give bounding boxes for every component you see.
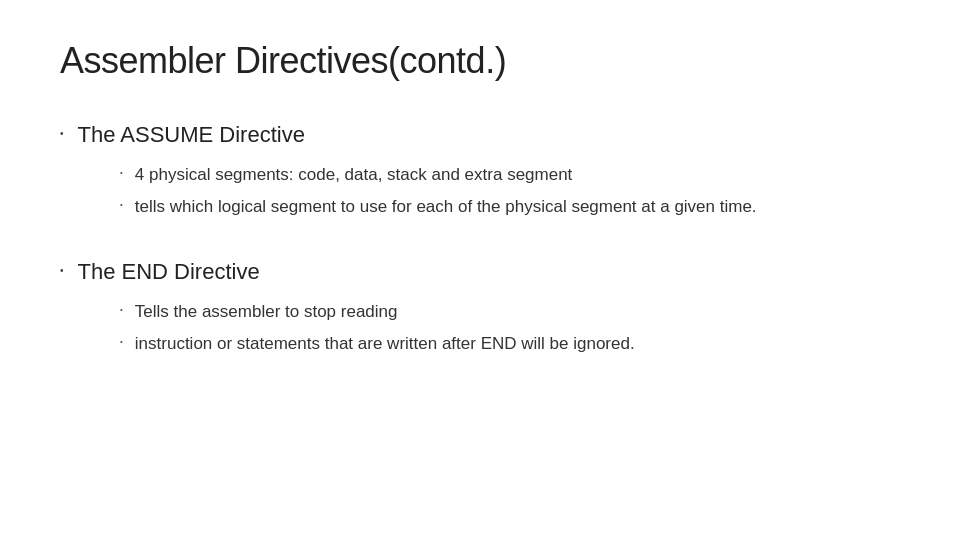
- slide-title: Assembler Directives(contd.): [60, 40, 900, 82]
- assume-sub-bullet-1: • 4 physical segments: code, data, stack…: [120, 162, 900, 188]
- assume-section: • The ASSUME Directive • 4 physical segm…: [60, 122, 900, 219]
- end-label: The END Directive: [78, 259, 260, 285]
- end-sub-bullet-2: • instruction or statements that are wri…: [120, 331, 900, 357]
- end-sub-dot-1: •: [120, 304, 123, 316]
- end-bullet-dot: •: [60, 265, 64, 276]
- end-sub-text-2: instruction or statements that are writt…: [135, 331, 900, 357]
- assume-sub-text-1: 4 physical segments: code, data, stack a…: [135, 162, 900, 188]
- assume-sub-bullets: • 4 physical segments: code, data, stack…: [120, 162, 900, 219]
- end-top-bullet: • The END Directive: [60, 259, 900, 285]
- end-sub-bullets: • Tells the assembler to stop reading • …: [120, 299, 900, 356]
- slide: Assembler Directives(contd.) • The ASSUM…: [0, 0, 960, 540]
- assume-sub-dot-1: •: [120, 167, 123, 179]
- end-section: • The END Directive • Tells the assemble…: [60, 259, 900, 356]
- end-sub-bullet-1: • Tells the assembler to stop reading: [120, 299, 900, 325]
- assume-sub-text-2: tells which logical segment to use for e…: [135, 194, 900, 220]
- content: • The ASSUME Directive • 4 physical segm…: [60, 122, 900, 356]
- end-sub-text-1: Tells the assembler to stop reading: [135, 299, 900, 325]
- assume-top-bullet: • The ASSUME Directive: [60, 122, 900, 148]
- end-sub-dot-2: •: [120, 336, 123, 348]
- assume-sub-bullet-2: • tells which logical segment to use for…: [120, 194, 900, 220]
- assume-label: The ASSUME Directive: [78, 122, 305, 148]
- assume-bullet-dot: •: [60, 128, 64, 139]
- assume-sub-dot-2: •: [120, 199, 123, 211]
